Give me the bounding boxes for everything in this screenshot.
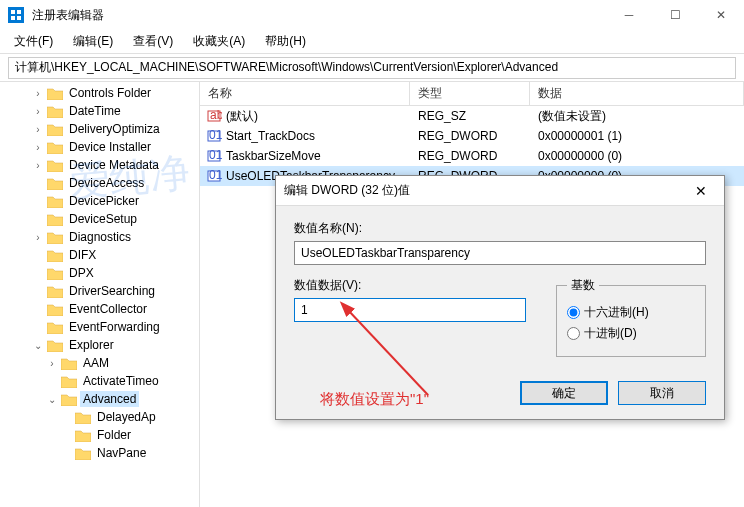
folder-icon [47,213,63,226]
tree-item[interactable]: DriverSearching [0,282,199,300]
folder-icon [47,105,63,118]
string-icon: ab [204,108,224,124]
tree-label: ActivateTimeo [80,373,162,389]
edit-dword-dialog: 编辑 DWORD (32 位)值 ✕ 数值名称(N): 数值数据(V): 基数 … [275,175,725,420]
folder-icon [47,141,63,154]
tree-item[interactable]: DevicePicker [0,192,199,210]
tree-item[interactable]: ›DeliveryOptimiza [0,120,199,138]
tree-item[interactable]: DIFX [0,246,199,264]
svg-rect-0 [11,10,15,14]
expand-icon[interactable]: › [32,124,44,135]
tree-item[interactable]: ›Diagnostics [0,228,199,246]
radix-dec-label: 十进制(D) [584,325,637,342]
tree-label: Device Installer [66,139,154,155]
cancel-button[interactable]: 取消 [618,381,706,405]
tree-label: DPX [66,265,97,281]
tree-label: Device Metadata [66,157,162,173]
tree-item[interactable]: ›Controls Folder [0,84,199,102]
expand-icon[interactable]: › [46,358,58,369]
expand-icon[interactable]: › [32,88,44,99]
svg-text:011: 011 [209,168,222,182]
value-data: 0x00000000 (0) [530,149,744,163]
expand-icon[interactable]: › [32,142,44,153]
folder-icon [47,285,63,298]
value-name-input[interactable] [294,241,706,265]
svg-text:011: 011 [209,128,222,142]
addressbar [0,54,744,82]
tree-item[interactable]: ›AAM [0,354,199,372]
tree-item[interactable]: EventCollector [0,300,199,318]
tree-item[interactable]: ActivateTimeo [0,372,199,390]
svg-rect-3 [17,16,21,20]
tree-item[interactable]: EventForwarding [0,318,199,336]
folder-icon [47,321,63,334]
tree-label: DelayedAp [94,409,159,425]
expand-icon[interactable]: › [32,106,44,117]
menu-favorites[interactable]: 收藏夹(A) [183,31,255,52]
expand-icon[interactable]: ⌄ [32,340,44,351]
folder-icon [47,87,63,100]
svg-text:ab: ab [210,108,222,122]
value-data-label: 数值数据(V): [294,277,526,294]
expand-icon[interactable]: › [32,160,44,171]
value-row[interactable]: 011TaskbarSizeMoveREG_DWORD0x00000000 (0… [200,146,744,166]
menu-help[interactable]: 帮助(H) [255,31,316,52]
tree-item[interactable]: Folder [0,426,199,444]
menu-edit[interactable]: 编辑(E) [63,31,123,52]
menu-file[interactable]: 文件(F) [4,31,63,52]
tree-label: AAM [80,355,112,371]
tree-item[interactable]: DeviceSetup [0,210,199,228]
tree-item[interactable]: ⌄Advanced [0,390,199,408]
tree-label: Controls Folder [66,85,154,101]
binary-icon: 011 [204,148,224,164]
value-row[interactable]: 011Start_TrackDocsREG_DWORD0x00000001 (1… [200,126,744,146]
folder-icon [47,231,63,244]
value-row[interactable]: ab(默认)REG_SZ(数值未设置) [200,106,744,126]
radix-hex-radio[interactable] [567,306,580,319]
tree-label: DIFX [66,247,99,263]
dialog-title: 编辑 DWORD (32 位)值 [284,182,686,199]
tree-label: Advanced [80,391,139,407]
menu-view[interactable]: 查看(V) [123,31,183,52]
tree-label: DevicePicker [66,193,142,209]
minimize-button[interactable]: ─ [606,0,652,30]
close-button[interactable]: ✕ [698,0,744,30]
address-input[interactable] [8,57,736,79]
col-header-data[interactable]: 数据 [530,81,744,106]
svg-rect-2 [11,16,15,20]
folder-icon [47,303,63,316]
col-header-type[interactable]: 类型 [410,81,530,106]
radix-hex-label: 十六进制(H) [584,304,649,321]
ok-button[interactable]: 确定 [520,381,608,405]
tree-item[interactable]: ›DateTime [0,102,199,120]
folder-icon [61,375,77,388]
value-name: TaskbarSizeMove [224,149,410,163]
list-header: 名称 类型 数据 [200,82,744,106]
tree-item[interactable]: DPX [0,264,199,282]
folder-icon [47,267,63,280]
folder-icon [47,123,63,136]
dialog-close-icon[interactable]: ✕ [686,183,716,199]
maximize-button[interactable]: ☐ [652,0,698,30]
folder-icon [47,195,63,208]
radix-dec-radio[interactable] [567,327,580,340]
tree-item[interactable]: ›Device Installer [0,138,199,156]
tree-item[interactable]: DeviceAccess [0,174,199,192]
value-data-input[interactable] [294,298,526,322]
col-header-name[interactable]: 名称 [200,81,410,106]
tree-item[interactable]: DelayedAp [0,408,199,426]
expand-icon[interactable]: › [32,232,44,243]
value-data: 0x00000001 (1) [530,129,744,143]
value-data: (数值未设置) [530,108,744,125]
tree-panel[interactable]: ›Controls Folder›DateTime›DeliveryOptimi… [0,82,200,507]
tree-label: EventForwarding [66,319,163,335]
tree-label: DeliveryOptimiza [66,121,163,137]
svg-rect-1 [17,10,21,14]
tree-label: Folder [94,427,134,443]
tree-item[interactable]: ›Device Metadata [0,156,199,174]
tree-item[interactable]: ⌄Explorer [0,336,199,354]
expand-icon[interactable]: ⌄ [46,394,58,405]
tree-label: EventCollector [66,301,150,317]
folder-icon [75,447,91,460]
tree-item[interactable]: NavPane [0,444,199,462]
